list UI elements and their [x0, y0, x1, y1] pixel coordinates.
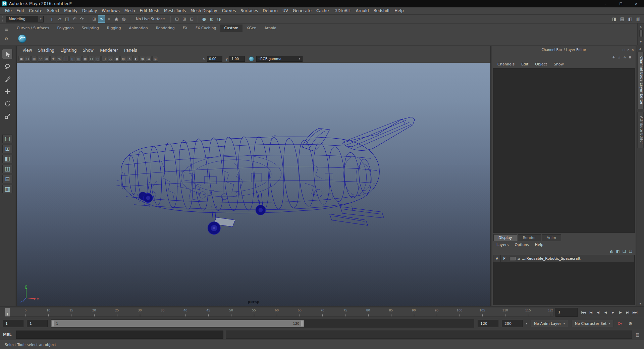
menu-item[interactable]: Display	[80, 7, 99, 14]
toggle-channel-box-icon[interactable]: ▥	[635, 15, 642, 23]
persp-outliner-layout-button[interactable]: ◧	[2, 155, 12, 163]
panel-menu-item[interactable]: Show	[80, 48, 97, 53]
menu-item[interactable]: Mesh	[122, 7, 138, 14]
range-preset-caret-icon[interactable]: ▾	[526, 322, 527, 325]
safe-title-icon[interactable]: ▢	[101, 56, 107, 62]
scroll-up-icon[interactable]: ▲	[640, 24, 642, 29]
menu-item[interactable]: Redshift	[371, 7, 392, 14]
exposure-field[interactable]: 0.00	[207, 56, 222, 62]
menu-item[interactable]: Arnold	[354, 7, 371, 14]
channel-box-menu-item[interactable]: Edit	[518, 62, 532, 66]
grid-icon[interactable]: ⊞	[63, 56, 69, 62]
command-result-field[interactable]	[226, 331, 632, 339]
wireframe-icon[interactable]: ◇	[108, 56, 113, 62]
menu-item[interactable]: Windows	[99, 7, 122, 14]
live-surface-button[interactable]: No Live Surface	[132, 17, 168, 21]
single-pane-layout-button[interactable]: ▢	[2, 135, 12, 143]
gear-icon[interactable]: ⚙	[5, 37, 8, 41]
time-slider-track[interactable]: 1 5 10 15 20	[5, 308, 553, 317]
menu-item[interactable]: Modify	[62, 7, 80, 14]
lasso-tool-button[interactable]	[2, 61, 13, 71]
snap-to-grids-icon[interactable]: ⊞	[91, 15, 98, 23]
sidebar-tab[interactable]: Channel Box / Layer Editor	[637, 52, 644, 109]
custom-shelf-button[interactable]	[17, 33, 28, 44]
snap-to-points-icon[interactable]: ⌖	[105, 15, 113, 23]
exposure-icon[interactable]: ☀	[202, 57, 205, 61]
shelf-tab[interactable]: Polygons	[53, 24, 78, 32]
toolbox-collapse-button[interactable]: -	[2, 196, 12, 200]
channel-box-menu-item[interactable]: Channels	[494, 62, 518, 66]
textured-icon[interactable]: ◍	[120, 56, 126, 62]
scroll-down-icon[interactable]: ▼	[640, 40, 642, 44]
toolbar-grip[interactable]	[2, 16, 4, 22]
playback-range-bar[interactable]: 1 120	[51, 320, 304, 327]
two-pane-side-layout-button[interactable]: ◫	[2, 165, 12, 173]
sync-layer-display-icon[interactable]: ◐	[610, 249, 613, 254]
render-settings-icon[interactable]: ◑	[215, 15, 222, 23]
channel-box-empty-area[interactable]	[493, 68, 635, 233]
undo-icon[interactable]: ↶	[71, 15, 78, 23]
create-layer-from-selected-icon[interactable]: ❐	[629, 249, 632, 254]
auto-keyframe-toggle-icon[interactable]	[617, 320, 624, 327]
play-forwards-button[interactable]: ▶	[609, 308, 616, 317]
speed-slider-icon[interactable]: ⊿	[618, 55, 621, 59]
ipr-render-icon[interactable]: ◐	[208, 15, 215, 23]
panel-menu-item[interactable]: Lighting	[57, 48, 80, 53]
isolate-select-icon[interactable]: ◎	[152, 56, 158, 62]
float-panel-icon[interactable]: ▫	[627, 48, 629, 52]
rotate-tool-button[interactable]	[2, 99, 13, 109]
gamma-icon[interactable]: γ	[226, 57, 228, 61]
layer-name[interactable]: ...:Reusable_Robotic_Spacecraft	[522, 256, 580, 261]
panel-menu-item[interactable]: Shading	[35, 48, 57, 53]
step-forward-key-button[interactable]: |▶	[616, 308, 624, 317]
select-camera-icon[interactable]: ▣	[18, 56, 24, 62]
layer-editor-menu-item[interactable]: Layers	[493, 243, 512, 247]
move-tool-button[interactable]	[2, 86, 13, 96]
menu-item[interactable]: Create	[26, 7, 45, 14]
film-gate-icon[interactable]: ▯	[69, 56, 75, 62]
new-scene-icon[interactable]: ▯	[49, 15, 56, 23]
menu-item[interactable]: Curves	[220, 7, 238, 14]
lock-camera-icon[interactable]: ⊙	[25, 56, 31, 62]
chevron-down-icon[interactable]: ▾	[38, 16, 43, 22]
range-start-handle[interactable]	[51, 320, 54, 327]
shelf-tab-menu-icon[interactable]: ≡	[5, 27, 8, 32]
shelf-tab[interactable]: Arnold	[260, 24, 280, 32]
redo-icon[interactable]: ↷	[78, 15, 86, 23]
hyperbolic-curve-icon[interactable]: ∿	[623, 55, 626, 59]
gamma-field[interactable]: 1.00	[229, 56, 245, 62]
two-pane-stacked-layout-button[interactable]: ⊟	[2, 175, 12, 183]
render-current-frame-icon[interactable]: ●	[200, 15, 208, 23]
two-d-pan-zoom-icon[interactable]: ✚	[50, 56, 56, 62]
shelf-tab[interactable]: FX Caching	[192, 24, 220, 32]
animation-preferences-icon[interactable]: ⚙	[627, 320, 634, 327]
shelf-tab[interactable]: Custom	[220, 24, 243, 32]
grease-pencil-icon[interactable]: ✎	[57, 56, 62, 62]
shelf-tab[interactable]: Animation	[125, 24, 152, 32]
camera-attributes-icon[interactable]: ▤	[31, 56, 37, 62]
shelf-tab[interactable]: Sculpting	[77, 24, 103, 32]
layer-editor-menu-item[interactable]: Help	[532, 243, 546, 247]
step-back-key-button[interactable]: ◀|	[594, 308, 602, 317]
menu-item[interactable]: Select	[45, 7, 62, 14]
channel-box-menu-item[interactable]: Object	[532, 62, 550, 66]
close-panel-icon[interactable]: ✕	[631, 48, 634, 52]
create-empty-layer-icon[interactable]: ❏	[623, 249, 626, 254]
safe-action-icon[interactable]: ◻	[95, 56, 101, 62]
toggle-hypershade-icon[interactable]: ▤	[619, 15, 626, 23]
field-chart-icon[interactable]: ⊡	[89, 56, 94, 62]
panel-menu-icon[interactable]: ❐	[623, 48, 625, 52]
persp-graph-layout-button[interactable]: ▥	[2, 185, 12, 193]
step-back-frame-button[interactable]: |◀	[587, 308, 594, 317]
shelf-tab[interactable]: FX	[179, 24, 192, 32]
character-set-dropdown[interactable]: No Character Set ▾	[572, 320, 613, 327]
use-all-lights-icon[interactable]: ☀	[127, 56, 132, 62]
menu-item[interactable]: -3DtoAll-	[331, 7, 353, 14]
menu-item[interactable]: Mesh Display	[188, 7, 220, 14]
four-pane-layout-button[interactable]: ⊞	[2, 145, 12, 153]
smooth-shade-icon[interactable]: ●	[114, 56, 120, 62]
minimize-button[interactable]: –	[598, 0, 613, 7]
command-language-toggle[interactable]: MEL	[3, 333, 14, 337]
play-backwards-button[interactable]: ◀	[602, 308, 609, 317]
menu-item[interactable]: Cache	[314, 7, 331, 14]
